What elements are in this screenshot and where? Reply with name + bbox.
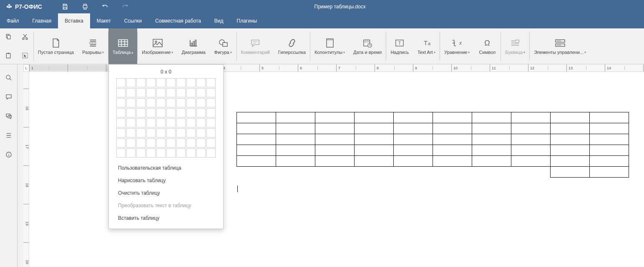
grid-cell[interactable] bbox=[146, 148, 156, 158]
shape-button[interactable]: Фигура▾ bbox=[210, 28, 236, 64]
grid-cell[interactable] bbox=[186, 118, 196, 127]
grid-cell[interactable] bbox=[206, 138, 216, 147]
grid-cell[interactable] bbox=[196, 88, 206, 97]
grid-cell[interactable] bbox=[126, 78, 136, 87]
grid-cell[interactable] bbox=[116, 78, 126, 87]
grid-cell[interactable] bbox=[206, 98, 216, 107]
grid-cell[interactable] bbox=[206, 128, 216, 137]
controls-button[interactable]: Элементы управлени...▾ bbox=[530, 28, 590, 64]
grid-cell[interactable] bbox=[176, 88, 186, 97]
draw-table-menu[interactable]: Нарисовать таблицу bbox=[109, 174, 223, 187]
grid-cell[interactable] bbox=[206, 118, 216, 127]
grid-cell[interactable] bbox=[186, 148, 196, 158]
grid-cell[interactable] bbox=[206, 78, 216, 87]
grid-cell[interactable] bbox=[146, 108, 156, 117]
grid-cell[interactable] bbox=[146, 98, 156, 107]
grid-cell[interactable] bbox=[126, 138, 136, 147]
grid-cell[interactable] bbox=[136, 138, 146, 147]
grid-cell[interactable] bbox=[166, 88, 176, 97]
grid-cell[interactable] bbox=[156, 108, 166, 117]
grid-cell[interactable] bbox=[126, 128, 136, 137]
grid-cell[interactable] bbox=[186, 108, 196, 117]
grid-cell[interactable] bbox=[176, 98, 186, 107]
grid-cell[interactable] bbox=[136, 148, 146, 158]
grid-cell[interactable] bbox=[196, 148, 206, 158]
equation-button[interactable]: x Уравнение▾ bbox=[440, 28, 474, 64]
tab-references[interactable]: Ссылки bbox=[118, 13, 148, 28]
grid-cell[interactable] bbox=[156, 138, 166, 147]
feedback-button[interactable] bbox=[5, 150, 13, 159]
grid-cell[interactable] bbox=[206, 108, 216, 117]
search-panel-button[interactable] bbox=[5, 74, 13, 82]
grid-cell[interactable] bbox=[136, 128, 146, 137]
grid-cell[interactable] bbox=[186, 138, 196, 147]
symbol-button[interactable]: Ω Символ bbox=[474, 28, 501, 64]
custom-table-menu[interactable]: Пользовательская таблица bbox=[109, 162, 223, 174]
grid-cell[interactable] bbox=[136, 118, 146, 127]
grid-cell[interactable] bbox=[166, 108, 176, 117]
grid-cell[interactable] bbox=[136, 98, 146, 107]
date-time-button[interactable]: Дата и время bbox=[349, 28, 386, 64]
grid-cell[interactable] bbox=[126, 88, 136, 97]
grid-cell[interactable] bbox=[116, 148, 126, 158]
cut-button[interactable] bbox=[21, 33, 29, 41]
tab-home[interactable]: Главная bbox=[26, 13, 58, 28]
grid-cell[interactable] bbox=[126, 148, 136, 158]
grid-cell[interactable] bbox=[166, 128, 176, 137]
redo-button[interactable] bbox=[121, 3, 129, 10]
grid-cell[interactable] bbox=[116, 128, 126, 137]
textbox-button[interactable]: T Надпись bbox=[386, 28, 413, 64]
grid-cell[interactable] bbox=[196, 138, 206, 147]
grid-cell[interactable] bbox=[166, 138, 176, 147]
grid-cell[interactable] bbox=[136, 108, 146, 117]
grid-cell[interactable] bbox=[146, 128, 156, 137]
undo-button[interactable] bbox=[101, 3, 109, 10]
tab-view[interactable]: Вид bbox=[208, 13, 230, 28]
grid-cell[interactable] bbox=[126, 108, 136, 117]
tab-collaboration[interactable]: Совместная работа bbox=[148, 13, 208, 28]
grid-cell[interactable] bbox=[156, 78, 166, 87]
tab-plugins[interactable]: Плагины bbox=[230, 13, 264, 28]
grid-cell[interactable] bbox=[186, 88, 196, 97]
navigation-panel-button[interactable] bbox=[5, 131, 13, 140]
grid-cell[interactable] bbox=[176, 118, 186, 127]
grid-cell[interactable] bbox=[116, 118, 126, 127]
grid-cell[interactable] bbox=[116, 108, 126, 117]
tab-layout[interactable]: Макет bbox=[90, 13, 118, 28]
grid-cell[interactable] bbox=[146, 138, 156, 147]
grid-cell[interactable] bbox=[156, 148, 166, 158]
table-button[interactable]: Таблица▴ bbox=[108, 28, 137, 64]
grid-cell[interactable] bbox=[206, 148, 216, 158]
grid-cell[interactable] bbox=[196, 78, 206, 87]
grid-cell[interactable] bbox=[126, 118, 136, 127]
hyperlink-button[interactable]: Гиперссылка bbox=[274, 28, 310, 64]
grid-cell[interactable] bbox=[156, 118, 166, 127]
chart-button[interactable]: Диаграмма bbox=[177, 28, 209, 64]
image-button[interactable]: Изображение▾ bbox=[138, 28, 177, 64]
grid-cell[interactable] bbox=[176, 108, 186, 117]
grid-cell[interactable] bbox=[146, 118, 156, 127]
grid-cell[interactable] bbox=[176, 78, 186, 87]
paste-button[interactable] bbox=[4, 51, 13, 60]
blank-page-button[interactable]: Пустая страница bbox=[34, 28, 78, 64]
grid-cell[interactable] bbox=[116, 88, 126, 97]
print-button[interactable] bbox=[81, 3, 89, 10]
grid-cell[interactable] bbox=[126, 98, 136, 107]
tab-insert[interactable]: Вставка bbox=[58, 13, 90, 28]
tab-file[interactable]: Файл bbox=[0, 13, 26, 28]
insert-table-menu[interactable]: Вставить таблицу bbox=[109, 212, 223, 224]
document-table[interactable] bbox=[236, 112, 629, 178]
grid-cell[interactable] bbox=[176, 128, 186, 137]
grid-cell[interactable] bbox=[136, 88, 146, 97]
chat-panel-button[interactable] bbox=[5, 112, 13, 120]
grid-cell[interactable] bbox=[166, 148, 176, 158]
grid-cell[interactable] bbox=[196, 128, 206, 137]
grid-cell[interactable] bbox=[196, 108, 206, 117]
copy-button[interactable] bbox=[4, 33, 13, 41]
grid-cell[interactable] bbox=[156, 88, 166, 97]
grid-cell[interactable] bbox=[196, 98, 206, 107]
table-size-picker[interactable] bbox=[109, 78, 223, 162]
grid-cell[interactable] bbox=[166, 98, 176, 107]
dropcap-button[interactable]: Буквица▾ bbox=[501, 28, 529, 64]
comments-panel-button[interactable] bbox=[5, 93, 13, 101]
